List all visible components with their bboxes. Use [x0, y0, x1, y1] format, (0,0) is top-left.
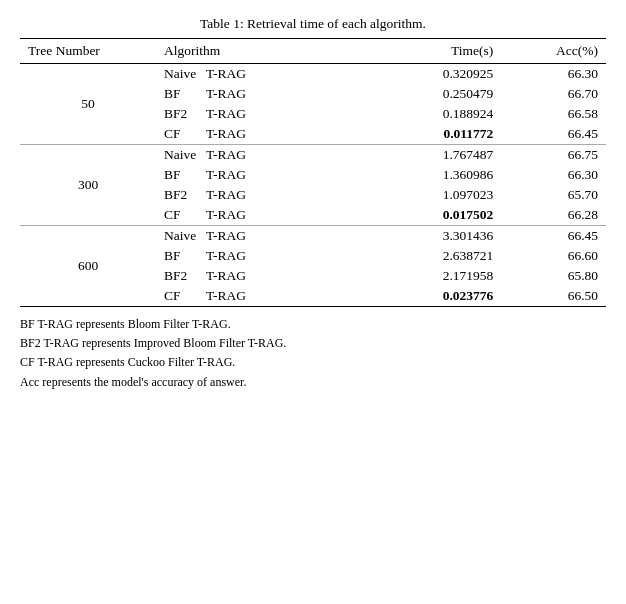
acc-cell: 66.30: [501, 165, 606, 185]
time-cell: 0.320925: [365, 64, 501, 85]
header-algorithm: Algorithm: [156, 39, 365, 64]
header-acc: Acc(%): [501, 39, 606, 64]
time-cell: 0.188924: [365, 104, 501, 124]
acc-cell: 66.70: [501, 84, 606, 104]
time-cell: 1.360986: [365, 165, 501, 185]
table-row: 600NaiveT-RAG3.30143666.45: [20, 226, 606, 247]
table-title: Table 1: Retrieval time of each algorith…: [20, 16, 606, 32]
footnote-line: CF T-RAG represents Cuckoo Filter T-RAG.: [20, 353, 606, 372]
acc-cell: 66.50: [501, 286, 606, 307]
time-cell: 2.171958: [365, 266, 501, 286]
data-table: Tree Number Algorithm Time(s) Acc(%) 50N…: [20, 38, 606, 307]
header-tree-number: Tree Number: [20, 39, 156, 64]
tree-number-cell: 300: [20, 145, 156, 226]
algorithm-cell: CFT-RAG: [156, 286, 365, 307]
acc-cell: 66.30: [501, 64, 606, 85]
algorithm-cell: CFT-RAG: [156, 205, 365, 226]
acc-cell: 66.60: [501, 246, 606, 266]
algorithm-cell: CFT-RAG: [156, 124, 365, 145]
table-header-row: Tree Number Algorithm Time(s) Acc(%): [20, 39, 606, 64]
tree-number-cell: 50: [20, 64, 156, 145]
algorithm-cell: BF2T-RAG: [156, 185, 365, 205]
time-cell: 0.023776: [365, 286, 501, 307]
time-cell: 1.097023: [365, 185, 501, 205]
acc-cell: 66.58: [501, 104, 606, 124]
time-cell: 0.017502: [365, 205, 501, 226]
table-row: 50NaiveT-RAG0.32092566.30: [20, 64, 606, 85]
table-bottom-border-row: [20, 307, 606, 308]
acc-cell: 66.75: [501, 145, 606, 166]
acc-cell: 65.70: [501, 185, 606, 205]
footnote-line: Acc represents the model's accuracy of a…: [20, 373, 606, 392]
algorithm-cell: BFT-RAG: [156, 84, 365, 104]
table-row: 300NaiveT-RAG1.76748766.75: [20, 145, 606, 166]
algorithm-cell: NaiveT-RAG: [156, 64, 365, 85]
algorithm-cell: NaiveT-RAG: [156, 226, 365, 247]
tree-number-cell: 600: [20, 226, 156, 307]
algorithm-cell: BF2T-RAG: [156, 104, 365, 124]
time-cell: 2.638721: [365, 246, 501, 266]
algorithm-cell: NaiveT-RAG: [156, 145, 365, 166]
time-cell: 0.011772: [365, 124, 501, 145]
header-time: Time(s): [365, 39, 501, 64]
time-cell: 1.767487: [365, 145, 501, 166]
algorithm-cell: BFT-RAG: [156, 246, 365, 266]
time-cell: 3.301436: [365, 226, 501, 247]
algorithm-cell: BF2T-RAG: [156, 266, 365, 286]
footnote-line: BF T-RAG represents Bloom Filter T-RAG.: [20, 315, 606, 334]
footnotes-section: BF T-RAG represents Bloom Filter T-RAG.B…: [20, 315, 606, 392]
time-cell: 0.250479: [365, 84, 501, 104]
acc-cell: 66.45: [501, 226, 606, 247]
algorithm-cell: BFT-RAG: [156, 165, 365, 185]
acc-cell: 65.80: [501, 266, 606, 286]
footnote-line: BF2 T-RAG represents Improved Bloom Filt…: [20, 334, 606, 353]
acc-cell: 66.45: [501, 124, 606, 145]
acc-cell: 66.28: [501, 205, 606, 226]
